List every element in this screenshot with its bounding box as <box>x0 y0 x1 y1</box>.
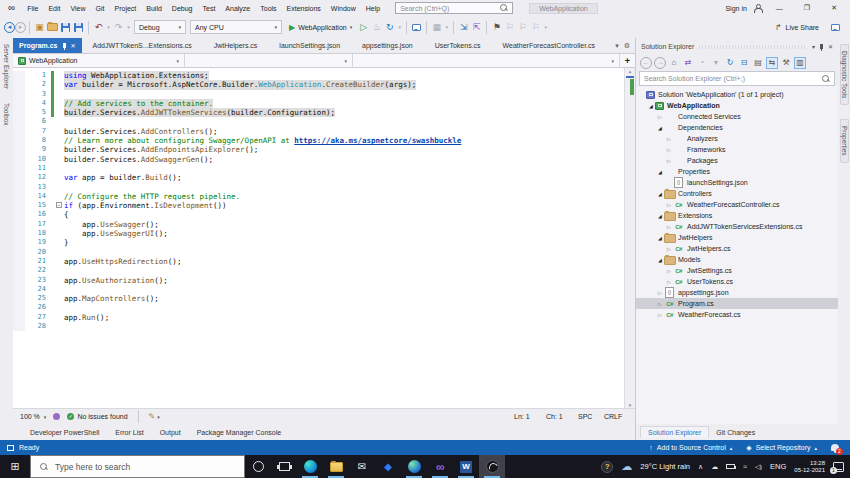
sign-in-button[interactable]: Sign in <box>725 5 746 12</box>
menu-extensions[interactable]: Extensions <box>282 5 326 12</box>
volume-icon[interactable]: ◁) <box>755 463 762 471</box>
show-all-files-icon[interactable]: ▤ <box>752 57 764 69</box>
preview-selected-items-icon[interactable]: ▥ <box>794 57 806 69</box>
breakpoint-margin[interactable] <box>13 266 25 275</box>
code-line-6[interactable]: 6 <box>13 117 635 126</box>
restart-icon[interactable]: ↻ <box>383 21 396 34</box>
tree-arrow-icon[interactable]: ▷ <box>656 290 664 296</box>
breakpoint-margin[interactable] <box>13 164 25 173</box>
breakpoint-margin[interactable] <box>13 155 25 164</box>
home-icon[interactable]: ⌂ <box>668 57 680 69</box>
code-line-16[interactable]: 16{ <box>13 210 635 219</box>
breakpoint-margin[interactable] <box>13 183 25 192</box>
panel-drag-handle[interactable] <box>699 45 807 49</box>
taskbar-app-edge-beta[interactable] <box>401 455 427 478</box>
close-panel-icon[interactable]: ✕ <box>828 43 833 50</box>
battery-icon[interactable] <box>726 464 735 469</box>
breakpoint-margin[interactable] <box>13 210 25 219</box>
menu-tools[interactable]: Tools <box>255 5 281 12</box>
code-line-25[interactable]: 25app.MapControllers(); <box>13 294 635 303</box>
code-line-3[interactable]: 3 <box>13 90 635 99</box>
tree-arrow-icon[interactable]: ◢ <box>656 235 664 241</box>
tree-arrow-icon[interactable]: ▷ <box>665 147 673 153</box>
window-layout-icon[interactable]: ▦ <box>430 21 443 34</box>
bookmark-icon[interactable]: ⚑ <box>490 21 503 34</box>
tree-item-frameworks[interactable]: ▷Frameworks <box>636 144 838 155</box>
code-line-9[interactable]: 9builder.Services.AddEndpointsApiExplore… <box>13 145 635 154</box>
tab-jwthelpers-cs[interactable]: JwtHelpers.cs <box>203 38 269 53</box>
navigate-forward-icon[interactable]: ▸ <box>15 22 26 33</box>
save-all-icon[interactable] <box>72 21 85 34</box>
pin-icon[interactable] <box>820 44 823 49</box>
tree-arrow-icon[interactable]: ▷ <box>665 224 673 230</box>
zoom-dropdown[interactable]: 100 %▾ <box>20 413 46 420</box>
navbar-type-dropdown[interactable]: ▾ <box>185 54 353 67</box>
tree-item-appsettings-json[interactable]: ▷appsettings.json <box>636 287 838 298</box>
code-cleanup-icon[interactable]: ✎ <box>149 412 156 421</box>
fold-collapse-icon[interactable]: − <box>56 202 62 208</box>
tree-item-controllers[interactable]: ◢Controllers <box>636 188 838 199</box>
clock[interactable]: 13:28 05-12-2021 <box>794 460 825 474</box>
pin-icon[interactable] <box>63 43 66 48</box>
panel-tab-developer-powershell[interactable]: Developer PowerShell <box>23 427 106 438</box>
issues-label[interactable]: No issues found <box>77 413 127 420</box>
add-to-source-control-button[interactable]: ↑ Add to Source Control ▴ <box>649 444 732 451</box>
tree-arrow-icon[interactable]: ▷ <box>665 202 673 208</box>
open-file-icon[interactable] <box>46 21 59 34</box>
select-repository-button[interactable]: ◈ Select Repository ▴ <box>746 444 817 452</box>
code-line-14[interactable]: 14// Configure the HTTP request pipeline… <box>13 192 635 201</box>
refresh-icon[interactable]: ↻ <box>724 57 736 69</box>
close-tab-icon[interactable]: ✕ <box>71 42 76 49</box>
tree-item-properties[interactable]: ◢Properties <box>636 166 838 177</box>
code-line-1[interactable]: 1using WebApplication.Extensions; <box>13 71 635 80</box>
tree-arrow-icon[interactable]: ◢ <box>656 257 664 263</box>
tab-addjwttokens-extensions-cs[interactable]: AddJWTTokenS...Extensions.cs <box>82 38 203 53</box>
tree-arrow-icon[interactable]: ◢ <box>656 169 664 175</box>
tree-item-analyzers[interactable]: ▷Analyzers <box>636 133 838 144</box>
code-line-2[interactable]: 2var builder = Microsoft.AspNetCore.Buil… <box>13 80 635 89</box>
code-line-28[interactable]: 28 <box>13 322 635 331</box>
intellisense-icon[interactable] <box>53 413 60 420</box>
code-line-5[interactable]: 5builder.Services.AddJWTTokenServices(bu… <box>13 108 635 117</box>
code-line-10[interactable]: 10builder.Services.AddSwaggerGen(); <box>13 155 635 164</box>
tree-item-addjwttokenservicesextensions-cs[interactable]: ▷C#AddJWTTokenServicesExtensions.cs <box>636 221 838 232</box>
menu-test[interactable]: Test <box>198 5 221 12</box>
save-icon[interactable] <box>59 21 72 34</box>
start-debugging-button[interactable]: ▶ WebApplication ▾ <box>284 23 357 32</box>
code-line-20[interactable]: 20 <box>13 248 635 257</box>
breakpoint-margin[interactable] <box>13 108 25 117</box>
code-line-15[interactable]: 15−if (app.Environment.IsDevelopment()) <box>13 201 635 210</box>
tree-item-solution-webapplication-1-of-1-project[interactable]: Solution 'WebApplication' (1 of 1 projec… <box>636 89 838 100</box>
network-icon[interactable]: ≈ <box>743 463 747 470</box>
maximize-button[interactable]: ❐ <box>797 4 817 12</box>
tree-item-dependencies[interactable]: ◢Dependencies <box>636 122 838 133</box>
menu-debug[interactable]: Debug <box>167 5 198 12</box>
tab-usertokens-cs[interactable]: UserTokens.cs <box>424 38 492 53</box>
tool-window-tab-diagnostic-tools[interactable]: Diagnostic Tools <box>840 44 849 105</box>
forward-icon[interactable]: → <box>654 57 666 69</box>
tree-arrow-icon[interactable]: ◢ <box>647 103 655 109</box>
tool-window-tab-properties[interactable]: Properties <box>840 119 849 163</box>
tree-item-packages[interactable]: ▷Packages <box>636 155 838 166</box>
code-line-24[interactable]: 24 <box>13 285 635 294</box>
menu-help[interactable]: Help <box>361 5 385 12</box>
taskbar-app-mail[interactable]: ✉ <box>349 455 375 478</box>
code-line-4[interactable]: 4// Add services to the container. <box>13 99 635 108</box>
breakpoint-margin[interactable] <box>13 145 25 154</box>
language-indicator[interactable]: ENG <box>770 462 786 471</box>
new-project-icon[interactable]: ▣ <box>33 21 46 34</box>
taskbar-app-word[interactable]: W <box>453 455 479 478</box>
action-center-button[interactable]: 1 <box>833 462 844 472</box>
notifications-button[interactable]: 2 <box>831 444 839 452</box>
taskbar-app-visual-studio[interactable]: ∞ <box>427 455 453 478</box>
tree-item-jwthelpers-cs[interactable]: ▷C#JwtHelpers.cs <box>636 243 838 254</box>
window-position-icon[interactable]: ▾ <box>812 43 815 50</box>
taskbar-app-screen-recorder[interactable] <box>479 455 505 478</box>
breakpoint-margin[interactable] <box>13 192 25 201</box>
menu-file[interactable]: File <box>22 5 43 12</box>
code-line-12[interactable]: 12var app = builder.Build(); <box>13 173 635 182</box>
breakpoint-margin[interactable] <box>13 220 25 229</box>
tool-window-tab-toolbox[interactable]: Toolbox <box>3 103 10 125</box>
undo-icon[interactable]: ↶ <box>92 21 105 34</box>
breakpoint-margin[interactable] <box>13 313 25 322</box>
